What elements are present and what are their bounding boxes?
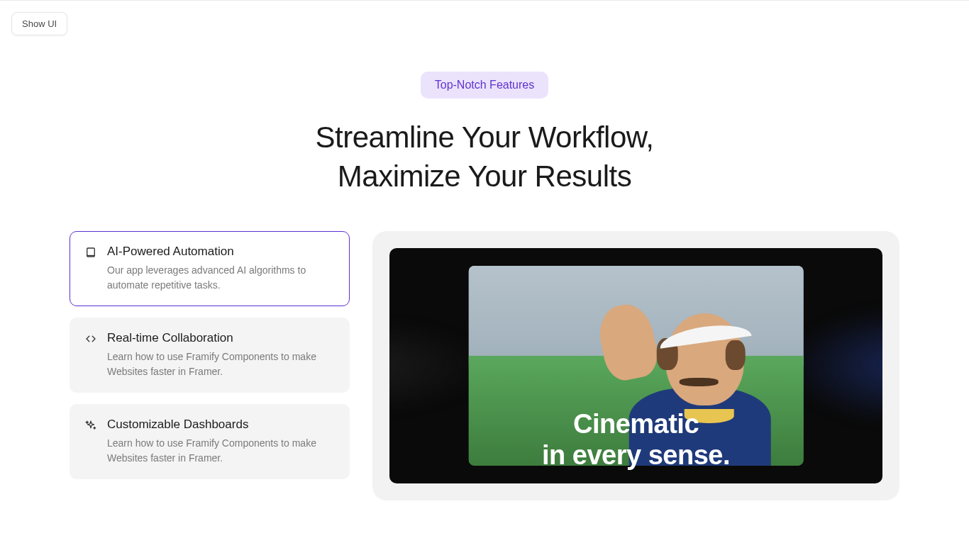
person-mustache bbox=[679, 378, 718, 386]
person-hand bbox=[594, 300, 662, 383]
feature-title: Customizable Dashboards bbox=[107, 418, 335, 432]
page-title: Streamline Your Workflow, Maximize Your … bbox=[70, 118, 899, 196]
content-row: AI-Powered Automation Our app leverages … bbox=[70, 231, 899, 500]
feature-desc: Our app leverages advanced AI algorithms… bbox=[107, 263, 335, 293]
feature-desc: Learn how to use Framify Components to m… bbox=[107, 436, 335, 466]
person-hair-right bbox=[725, 340, 745, 370]
title-line-1: Streamline Your Workflow, bbox=[316, 121, 654, 154]
feature-card-ai-automation[interactable]: AI-Powered Automation Our app leverages … bbox=[70, 231, 350, 306]
feature-text: AI-Powered Automation Our app leverages … bbox=[107, 245, 335, 293]
overlay-line-1: Cinematic bbox=[573, 409, 699, 439]
feature-title: Real-time Collaboration bbox=[107, 331, 335, 345]
title-line-2: Maximize Your Results bbox=[338, 159, 631, 193]
feature-list: AI-Powered Automation Our app leverages … bbox=[70, 231, 350, 479]
book-icon bbox=[84, 246, 97, 259]
feature-badge: Top-Notch Features bbox=[421, 72, 549, 99]
sparkle-icon bbox=[84, 419, 97, 432]
feature-card-dashboards[interactable]: Customizable Dashboards Learn how to use… bbox=[70, 404, 350, 479]
main-container: Top-Notch Features Streamline Your Workf… bbox=[70, 1, 899, 500]
media-panel: Cinematic in every sense. bbox=[372, 231, 899, 500]
feature-title: AI-Powered Automation bbox=[107, 245, 335, 259]
show-ui-button[interactable]: Show UI bbox=[11, 12, 67, 35]
feature-desc: Learn how to use Framify Components to m… bbox=[107, 349, 335, 379]
media-overlay-text: Cinematic in every sense. bbox=[389, 409, 882, 471]
media-preview[interactable]: Cinematic in every sense. bbox=[389, 248, 882, 483]
code-icon bbox=[84, 332, 97, 345]
overlay-line-2: in every sense. bbox=[542, 440, 730, 470]
feature-text: Real-time Collaboration Learn how to use… bbox=[107, 331, 335, 379]
feature-text: Customizable Dashboards Learn how to use… bbox=[107, 418, 335, 466]
header-section: Top-Notch Features Streamline Your Workf… bbox=[70, 72, 899, 196]
feature-card-collaboration[interactable]: Real-time Collaboration Learn how to use… bbox=[70, 318, 350, 393]
